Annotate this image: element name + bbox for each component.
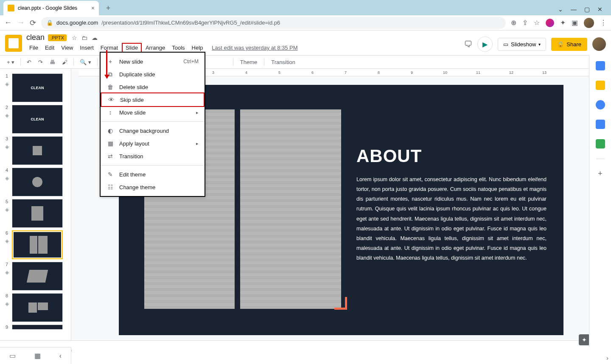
menu-skip-slide[interactable]: 👁 Skip slide [101, 92, 205, 107]
slide-menu-dropdown: + New slide Ctrl+M ⧉ Duplicate slide 🗑 D… [100, 52, 205, 197]
menu-new-slide[interactable]: + New slide Ctrl+M [101, 55, 205, 68]
extensions-icon[interactable]: ✦ [560, 19, 566, 27]
close-window-icon[interactable]: ✕ [597, 6, 603, 13]
forward-button[interactable]: → [17, 18, 25, 27]
comment-history-icon[interactable]: 🗨 [464, 39, 472, 49]
thumbnail-item[interactable]: 5◈ [0, 198, 71, 229]
theme-change-icon: ☷ [107, 183, 114, 191]
menu-delete-slide[interactable]: 🗑 Delete slide [101, 81, 205, 93]
cloud-status-icon[interactable]: ☁ [92, 34, 98, 41]
share-button[interactable]: 🔒 Share [551, 38, 587, 51]
menu-file[interactable]: File [26, 44, 41, 52]
slideshow-label: Slideshow [511, 41, 536, 48]
add-addon-icon[interactable]: + [598, 169, 603, 178]
menu-format[interactable]: Format [98, 44, 121, 52]
slide-number: 5 [6, 199, 8, 204]
menu-help[interactable]: Help [189, 44, 206, 52]
account-avatar[interactable] [592, 37, 606, 51]
new-tab-button[interactable]: + [102, 2, 114, 14]
menu-insert[interactable]: Insert [77, 44, 97, 52]
thumbnail-item[interactable]: 8◈ [0, 292, 71, 323]
undo-button[interactable]: ↶ [24, 57, 34, 67]
slide-heading: ABOUT [356, 146, 547, 166]
thumbnail-item[interactable]: 6◈ [0, 229, 71, 260]
zoom-icon[interactable]: ⊕ [511, 19, 516, 27]
extension-icon[interactable] [546, 19, 554, 27]
menu-move-slide[interactable]: ↕ Move slide ▸ [101, 106, 205, 119]
thumbnail-item[interactable]: 9 [0, 323, 71, 331]
maximize-icon[interactable]: ▢ [584, 6, 590, 13]
transition-button[interactable]: Transition [268, 59, 299, 65]
separator [233, 58, 233, 66]
separator [73, 58, 74, 66]
filmstrip-view-icon[interactable]: ▭ [9, 352, 16, 360]
zoom-button[interactable]: 🔍 ▾ [77, 57, 94, 67]
sidepanel-icon[interactable]: ▣ [572, 19, 578, 27]
move-icon[interactable]: 🗀 [81, 34, 87, 41]
thumbnail-item[interactable]: 7◈ [0, 260, 71, 292]
bookmark-icon[interactable]: ☆ [534, 19, 540, 27]
thumbnail-item[interactable]: 3◈ [0, 135, 71, 166]
explore-button[interactable]: ✦ [579, 334, 590, 345]
theme-button[interactable]: Theme [237, 59, 261, 65]
browser-tab-strip: clean.pptx - Google Slides × + ⌄ — ▢ ✕ [0, 0, 611, 15]
print-button[interactable]: 🖶 [47, 57, 58, 67]
menu-change-theme[interactable]: ☷ Change theme [101, 181, 205, 193]
meet-button[interactable]: ▶ [477, 36, 493, 52]
browser-tab[interactable]: clean.pptx - Google Slides × [3, 1, 99, 15]
browser-menu-icon[interactable]: ⋮ [600, 19, 607, 27]
animation-icon: ◈ [5, 269, 9, 275]
animation-icon: ◈ [5, 207, 9, 213]
text-block[interactable]: ABOUT Lorem ipsum dolor sit amet, consec… [356, 146, 547, 263]
minimize-icon[interactable]: — [571, 6, 577, 13]
separator [97, 58, 98, 66]
keep-icon[interactable] [596, 81, 605, 90]
star-icon[interactable]: ☆ [72, 34, 77, 41]
menu-view[interactable]: View [58, 44, 76, 52]
menu-tools[interactable]: Tools [169, 44, 188, 52]
menu-apply-layout[interactable]: ▦ Apply layout ▸ [101, 137, 205, 150]
browser-actions: ⊕ ⇪ ☆ ✦ ▣ ⋮ [511, 18, 607, 28]
redo-button[interactable]: ↷ [36, 57, 45, 67]
tasks-icon[interactable] [596, 100, 605, 109]
url-path: /presentation/d/1t9ImIThkwLCMn69svB4gerY… [101, 20, 280, 26]
layout-icon: ▦ [107, 140, 114, 147]
menu-slide[interactable]: Slide [122, 43, 142, 53]
new-slide-button[interactable]: + ▾ [4, 57, 17, 67]
thumbnail-item[interactable]: 1◈ CLEAN [0, 72, 71, 104]
thumbnail-item[interactable]: 4◈ [0, 166, 71, 198]
menu-edit[interactable]: Edit [42, 44, 57, 52]
last-edit-link[interactable]: Last edit was yesterday at 8:35 PM [212, 45, 297, 51]
image-placeholder[interactable] [240, 109, 341, 309]
menu-transition[interactable]: ⇄ Transition [101, 150, 205, 162]
menu-edit-theme[interactable]: ✎ Edit theme [101, 168, 205, 181]
slideshow-button[interactable]: ▭ Slideshow ▾ [498, 38, 546, 51]
browser-profile-avatar[interactable] [584, 18, 594, 28]
contacts-icon[interactable] [596, 120, 605, 129]
chevron-down-icon[interactable]: ⌄ [558, 6, 563, 13]
slides-logo-icon[interactable] [5, 35, 22, 52]
thumbnail-item[interactable]: 2◈ CLEAN [0, 104, 71, 135]
chevron-down-icon: ▾ [538, 42, 541, 47]
slides-favicon-icon [8, 5, 14, 11]
back-button[interactable]: ← [4, 18, 12, 27]
share-page-icon[interactable]: ⇪ [522, 19, 528, 27]
thumbnail-panel[interactable]: 1◈ CLEAN 2◈ CLEAN 3◈ 4◈ 5◈ 6◈ 7◈ 8◈ [0, 69, 71, 340]
transition-icon: ⇄ [107, 152, 114, 160]
speaker-notes[interactable]: Click to add speaker notes [0, 340, 611, 359]
menu-change-background[interactable]: ◐ Change background [101, 124, 205, 137]
reload-button[interactable]: ⟳ [30, 18, 36, 28]
menu-arrange[interactable]: Arrange [143, 44, 168, 52]
calendar-icon[interactable] [596, 61, 605, 70]
collapse-panel-icon[interactable]: ‹ [59, 352, 62, 360]
animation-icon: ◈ [5, 238, 9, 244]
address-bar[interactable]: 🔒 docs.google.com/presentation/d/1t9ImIT… [41, 17, 506, 29]
hide-sidepanel-icon[interactable]: › [606, 355, 608, 361]
grid-view-icon[interactable]: ▦ [34, 352, 41, 360]
menu-duplicate-slide[interactable]: ⧉ Duplicate slide [101, 68, 205, 81]
tab-close-icon[interactable]: × [91, 5, 95, 11]
maps-icon[interactable] [596, 139, 605, 148]
menu-item-label: Change background [119, 128, 169, 134]
paint-format-button[interactable]: 🖌 [59, 57, 70, 67]
document-title[interactable]: clean [26, 33, 45, 42]
